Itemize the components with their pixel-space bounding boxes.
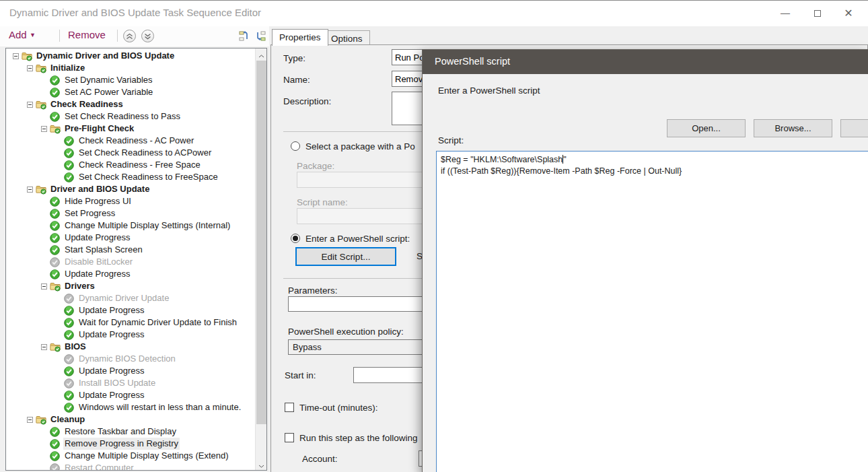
move-down-button[interactable]	[141, 30, 154, 42]
tree-item[interactable]: Restore Taskbar and Display	[6, 426, 254, 438]
tree-item[interactable]: Windows will restart in less than a minu…	[6, 401, 254, 413]
folder-check-icon	[36, 63, 46, 73]
move-up-button[interactable]	[123, 30, 136, 42]
script-textarea[interactable]: $Reg = "HKLM:\Software\Splash"if ((Test-…	[436, 151, 868, 472]
collapse-box-icon[interactable]	[27, 417, 33, 423]
collapse-box-icon[interactable]	[41, 126, 47, 132]
collapse-box-icon[interactable]	[41, 344, 47, 350]
timeout-checkbox[interactable]	[285, 403, 294, 412]
tree-item[interactable]: Set Check Readiness to Pass	[6, 110, 254, 123]
step-success-icon	[64, 390, 75, 401]
tab-properties[interactable]: Properties	[272, 29, 328, 46]
timeout-label: Time-out (minutes):	[299, 403, 378, 413]
scroll-up-button[interactable]	[256, 48, 267, 60]
tree-item[interactable]: Set AC Power Variable	[6, 86, 254, 98]
dialog-title: PowerShell script	[435, 56, 510, 67]
step-success-icon	[64, 160, 75, 170]
tree-item-label: Set Check Readiness to Pass	[63, 110, 182, 123]
cutoff-third-button[interactable]	[840, 119, 868, 137]
tree-item[interactable]: Check Readiness	[6, 98, 254, 110]
run-as-checkbox[interactable]	[285, 433, 294, 442]
step-success-icon	[64, 318, 74, 328]
tree-item[interactable]: Check Readiness - AC Power	[6, 135, 254, 147]
tree-item[interactable]: BIOS	[6, 341, 254, 353]
remove-button[interactable]: Remove	[68, 29, 106, 40]
tree-item[interactable]: Initialize	[6, 62, 254, 74]
collapse-box-icon[interactable]	[27, 65, 33, 71]
select-package-radio[interactable]	[291, 141, 300, 151]
tree-item-label: Update Progress	[77, 304, 146, 316]
minimize-button[interactable]: —	[770, 1, 801, 26]
maximize-button[interactable]	[802, 1, 833, 26]
step-success-icon	[50, 111, 61, 122]
tree-item[interactable]: Install BIOS Update	[6, 377, 254, 389]
reorder-up-button[interactable]	[239, 30, 250, 42]
tree-item[interactable]: Restart Computer	[6, 462, 254, 471]
tree-item[interactable]: Wait for Dynamic Driver Update to Finish	[6, 316, 254, 329]
folder-check-icon	[22, 50, 32, 61]
step-success-icon	[64, 135, 75, 146]
add-button-label: Add	[9, 29, 27, 40]
script-line1-pre: $Reg = "HKLM:\Software\Splash	[441, 155, 563, 164]
tree-item[interactable]: Change Multiple Display Settings (Extend…	[6, 450, 254, 462]
step-success-icon	[64, 366, 74, 376]
step-success-icon	[50, 269, 60, 279]
tree-scrollbar[interactable]	[255, 48, 266, 470]
tree-item[interactable]: Check Readiness - Free Space	[6, 159, 254, 171]
powershell-script-dialog: PowerShell script Enter a PowerShell scr…	[422, 49, 868, 472]
tree-item[interactable]: Update Progress	[6, 329, 254, 341]
tree-item[interactable]: Update Progress	[6, 268, 254, 280]
tree-item[interactable]: Update Progress	[6, 232, 254, 244]
enter-script-radio[interactable]	[291, 234, 300, 243]
collapse-box-icon[interactable]	[13, 53, 19, 59]
tree-item[interactable]: Set Dynamic Variables	[6, 74, 254, 86]
step-success-icon	[64, 317, 75, 328]
step-success-icon	[64, 402, 75, 413]
step-success-icon	[64, 391, 74, 401]
collapse-box-icon[interactable]	[27, 102, 33, 108]
script-line1-post: "	[563, 155, 566, 164]
tree-item-label: Update Progress	[63, 268, 132, 280]
titlebar: Dynamic Driver and BIOS Update Task Sequ…	[0, 1, 868, 26]
parameters-label: Parameters:	[288, 285, 338, 296]
tree-item[interactable]: Set Progress	[6, 207, 254, 220]
edit-script-button[interactable]: Edit Script...	[295, 247, 396, 266]
tree-item-label: Pre-Flight Check	[63, 123, 135, 135]
tree-item[interactable]: Update Progress	[6, 365, 254, 377]
tree-item[interactable]: Change Multiple Display Settings (Intern…	[6, 220, 254, 232]
task-sequence-editor-window: Dynamic Driver and BIOS Update Task Sequ…	[0, 0, 868, 472]
tree-item-label: Restore Taskbar and Display	[63, 426, 178, 438]
collapse-box-icon[interactable]	[41, 283, 47, 290]
tree-item[interactable]: Dynamic Driver and BIOS Update	[6, 50, 254, 62]
tree-item-label: Remove Progress in Registry	[63, 438, 180, 450]
tree-item[interactable]: Set Check Readiness to FreeSpace	[6, 171, 254, 183]
add-button[interactable]: Add ▼	[9, 29, 36, 40]
tree-item-label: Set Dynamic Variables	[63, 74, 154, 86]
tree-item-label: Install BIOS Update	[77, 377, 157, 389]
tree-item[interactable]: Pre-Flight Check	[6, 123, 254, 135]
close-button[interactable]: ✕	[833, 1, 864, 26]
tree-item[interactable]: Dynamic Driver Update	[6, 292, 254, 304]
tree-item[interactable]: Start Splash Screen	[6, 244, 254, 256]
browse-button[interactable]: Browse...	[754, 119, 832, 137]
tree-item[interactable]: Driver and BIOS Update	[6, 183, 254, 195]
scrollbar-thumb[interactable]	[256, 61, 266, 424]
step-success-icon	[50, 75, 61, 86]
remove-button-label: Remove	[68, 29, 106, 40]
tree-item[interactable]: Hide Progress UI	[6, 195, 254, 207]
tab-options[interactable]: Options	[324, 30, 370, 45]
tree-item[interactable]: Cleanup	[6, 413, 254, 426]
tree-item[interactable]: Update Progress	[6, 389, 254, 401]
tree-item-label: Check Readiness - AC Power	[77, 135, 195, 147]
reorder-down-button[interactable]	[254, 30, 266, 42]
tree-item[interactable]: Disable BitLocker	[6, 256, 254, 268]
dialog-titlebar[interactable]: PowerShell script	[423, 50, 868, 74]
collapse-box-icon[interactable]	[27, 187, 33, 193]
tree-item[interactable]: Dynamic BIOS Detection	[6, 353, 254, 365]
tree-item[interactable]: Drivers	[6, 280, 254, 292]
tree-item[interactable]: Set Check Readiness to ACPower	[6, 147, 254, 159]
tree-item[interactable]: Remove Progress in Registry	[6, 438, 254, 450]
scroll-down-button[interactable]	[256, 459, 267, 470]
tree-item[interactable]: Update Progress	[6, 304, 254, 316]
open-button[interactable]: Open...	[667, 119, 746, 137]
